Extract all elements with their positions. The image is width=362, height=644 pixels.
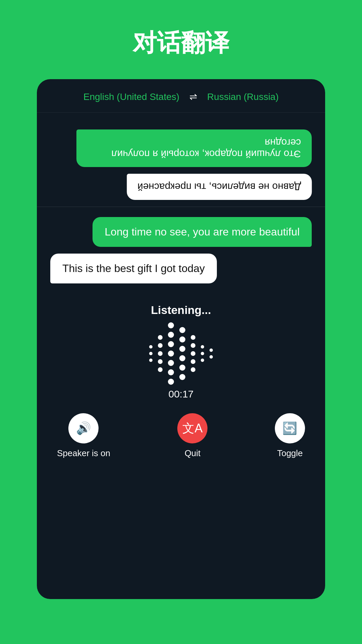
dot (191, 351, 195, 356)
quit-button[interactable]: 文A (177, 413, 207, 443)
dot (191, 343, 195, 348)
listening-section: Listening... (37, 293, 325, 599)
toggle-control[interactable]: 🔄 Toggle (275, 413, 305, 459)
target-language[interactable]: Russian (Russia) (207, 92, 279, 102)
dot (168, 379, 174, 385)
dot (168, 369, 174, 375)
speaker-button[interactable]: 🔊 (68, 413, 99, 443)
lower-chat-area: Long time no see, you are more beautiful… (37, 207, 325, 293)
dot (201, 352, 204, 355)
toggle-label: Toggle (277, 448, 303, 459)
wave-col-4 (179, 327, 185, 380)
quit-label: Quit (185, 448, 201, 459)
wave-col-7 (209, 348, 213, 359)
speaker-icon: 🔊 (76, 421, 91, 435)
bottom-controls: 🔊 Speaker is on 文A Quit 🔄 Toggle (37, 410, 325, 475)
dot (209, 348, 213, 352)
speaker-control[interactable]: 🔊 Speaker is on (57, 413, 110, 459)
wave-col-2 (158, 335, 163, 372)
dot (158, 335, 163, 340)
dot (179, 355, 185, 361)
upper-bubble-green: Это лучший подарок, который я получил се… (76, 129, 312, 167)
main-card: English (United States) ⇌ Russian (Russi… (37, 79, 325, 599)
wave-col-1 (149, 345, 153, 362)
dot (168, 360, 174, 366)
dot (179, 327, 185, 333)
toggle-button[interactable]: 🔄 (275, 413, 305, 443)
dot (168, 341, 174, 347)
wave-col-6 (201, 345, 204, 362)
dot (168, 332, 174, 338)
dot (158, 351, 163, 356)
wave-col-3 (168, 322, 174, 385)
translate-icon: 文A (182, 420, 202, 437)
toggle-icon: 🔄 (282, 421, 297, 435)
dot (179, 374, 185, 380)
dot (149, 352, 153, 355)
dot (209, 355, 213, 359)
dot (191, 359, 195, 364)
dot (149, 359, 153, 362)
waveform (149, 327, 213, 380)
dot (191, 367, 195, 372)
listening-label: Listening... (151, 304, 211, 317)
dot (168, 322, 174, 328)
quit-control[interactable]: 文A Quit (177, 413, 207, 459)
language-bar: English (United States) ⇌ Russian (Russi… (37, 79, 325, 113)
dot (158, 343, 163, 348)
dot (179, 336, 185, 342)
source-language[interactable]: English (United States) (83, 92, 179, 102)
swap-language-icon[interactable]: ⇌ (189, 91, 197, 102)
lower-bubble-green: Long time no see, you are more beautiful (93, 217, 312, 247)
dot (191, 335, 195, 340)
dot (201, 345, 204, 348)
upper-bubble-white: Давно не виделись, ты прекрасней (127, 174, 312, 200)
lower-bubble-white: This is the best gift I got today (50, 254, 217, 283)
speaker-label: Speaker is on (57, 448, 110, 459)
dot (168, 351, 174, 357)
wave-col-5 (191, 335, 195, 372)
dot (149, 345, 153, 348)
dot (158, 367, 163, 372)
upper-chat-area: Это лучший подарок, который я получил се… (37, 113, 325, 207)
dot (201, 359, 204, 362)
page-title: 对话翻译 (133, 27, 229, 59)
dot (179, 346, 185, 352)
timer: 00:17 (168, 388, 193, 400)
dot (158, 359, 163, 364)
dot (179, 365, 185, 371)
